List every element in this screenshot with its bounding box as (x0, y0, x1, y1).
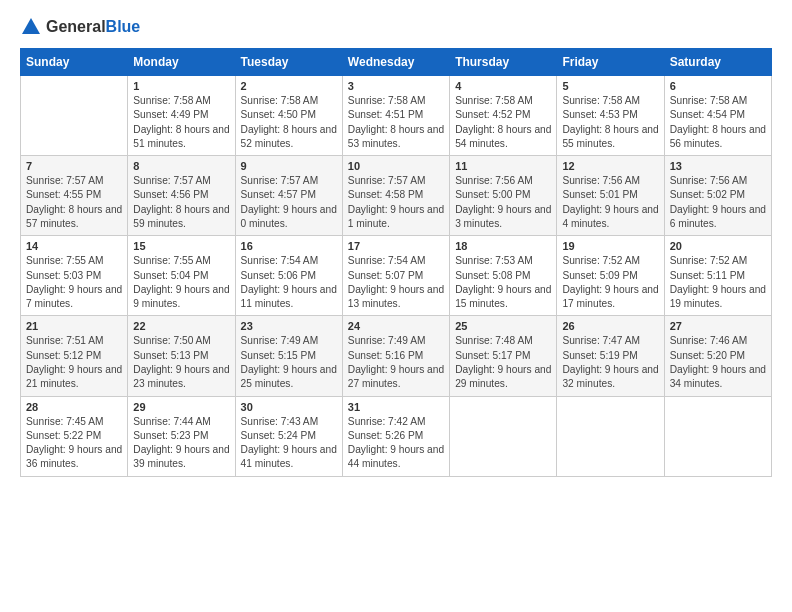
day-number: 17 (348, 240, 444, 252)
day-info: Sunrise: 7:58 AMSunset: 4:49 PMDaylight:… (133, 94, 229, 151)
calendar-cell: 11Sunrise: 7:56 AMSunset: 5:00 PMDayligh… (450, 156, 557, 236)
calendar-cell (664, 396, 771, 476)
calendar-cell: 24Sunrise: 7:49 AMSunset: 5:16 PMDayligh… (342, 316, 449, 396)
day-info: Sunrise: 7:43 AMSunset: 5:24 PMDaylight:… (241, 415, 337, 472)
calendar-cell (21, 76, 128, 156)
calendar-cell: 23Sunrise: 7:49 AMSunset: 5:15 PMDayligh… (235, 316, 342, 396)
calendar-cell: 4Sunrise: 7:58 AMSunset: 4:52 PMDaylight… (450, 76, 557, 156)
day-number: 15 (133, 240, 229, 252)
day-info: Sunrise: 7:55 AMSunset: 5:04 PMDaylight:… (133, 254, 229, 311)
weekday-header-friday: Friday (557, 49, 664, 76)
day-number: 23 (241, 320, 337, 332)
svg-marker-0 (22, 18, 40, 34)
calendar-cell: 25Sunrise: 7:48 AMSunset: 5:17 PMDayligh… (450, 316, 557, 396)
calendar-cell: 29Sunrise: 7:44 AMSunset: 5:23 PMDayligh… (128, 396, 235, 476)
day-info: Sunrise: 7:55 AMSunset: 5:03 PMDaylight:… (26, 254, 122, 311)
calendar-cell (557, 396, 664, 476)
calendar-cell: 21Sunrise: 7:51 AMSunset: 5:12 PMDayligh… (21, 316, 128, 396)
logo-icon (20, 16, 42, 38)
calendar-cell: 6Sunrise: 7:58 AMSunset: 4:54 PMDaylight… (664, 76, 771, 156)
day-number: 11 (455, 160, 551, 172)
calendar-cell: 2Sunrise: 7:58 AMSunset: 4:50 PMDaylight… (235, 76, 342, 156)
day-info: Sunrise: 7:42 AMSunset: 5:26 PMDaylight:… (348, 415, 444, 472)
day-number: 10 (348, 160, 444, 172)
calendar-cell: 14Sunrise: 7:55 AMSunset: 5:03 PMDayligh… (21, 236, 128, 316)
calendar-cell: 20Sunrise: 7:52 AMSunset: 5:11 PMDayligh… (664, 236, 771, 316)
calendar-week-row: 1Sunrise: 7:58 AMSunset: 4:49 PMDaylight… (21, 76, 772, 156)
day-info: Sunrise: 7:46 AMSunset: 5:20 PMDaylight:… (670, 334, 766, 391)
day-number: 6 (670, 80, 766, 92)
day-info: Sunrise: 7:49 AMSunset: 5:15 PMDaylight:… (241, 334, 337, 391)
day-number: 25 (455, 320, 551, 332)
day-number: 26 (562, 320, 658, 332)
calendar-cell: 17Sunrise: 7:54 AMSunset: 5:07 PMDayligh… (342, 236, 449, 316)
day-number: 27 (670, 320, 766, 332)
day-info: Sunrise: 7:48 AMSunset: 5:17 PMDaylight:… (455, 334, 551, 391)
day-number: 3 (348, 80, 444, 92)
weekday-header-tuesday: Tuesday (235, 49, 342, 76)
day-number: 31 (348, 401, 444, 413)
day-number: 30 (241, 401, 337, 413)
day-number: 12 (562, 160, 658, 172)
day-info: Sunrise: 7:49 AMSunset: 5:16 PMDaylight:… (348, 334, 444, 391)
day-number: 2 (241, 80, 337, 92)
calendar-cell: 12Sunrise: 7:56 AMSunset: 5:01 PMDayligh… (557, 156, 664, 236)
calendar-week-row: 14Sunrise: 7:55 AMSunset: 5:03 PMDayligh… (21, 236, 772, 316)
day-number: 1 (133, 80, 229, 92)
calendar-cell: 7Sunrise: 7:57 AMSunset: 4:55 PMDaylight… (21, 156, 128, 236)
calendar-cell: 8Sunrise: 7:57 AMSunset: 4:56 PMDaylight… (128, 156, 235, 236)
day-number: 16 (241, 240, 337, 252)
day-number: 29 (133, 401, 229, 413)
day-info: Sunrise: 7:52 AMSunset: 5:11 PMDaylight:… (670, 254, 766, 311)
day-number: 24 (348, 320, 444, 332)
logo: GeneralBlue (20, 16, 140, 38)
weekday-header-saturday: Saturday (664, 49, 771, 76)
day-info: Sunrise: 7:54 AMSunset: 5:06 PMDaylight:… (241, 254, 337, 311)
weekday-header-monday: Monday (128, 49, 235, 76)
calendar-table: SundayMondayTuesdayWednesdayThursdayFrid… (20, 48, 772, 477)
calendar-cell: 28Sunrise: 7:45 AMSunset: 5:22 PMDayligh… (21, 396, 128, 476)
page: GeneralBlue SundayMondayTuesdayWednesday… (0, 0, 792, 612)
day-info: Sunrise: 7:52 AMSunset: 5:09 PMDaylight:… (562, 254, 658, 311)
calendar-week-row: 7Sunrise: 7:57 AMSunset: 4:55 PMDaylight… (21, 156, 772, 236)
calendar-cell: 9Sunrise: 7:57 AMSunset: 4:57 PMDaylight… (235, 156, 342, 236)
header-area: GeneralBlue (20, 16, 772, 38)
day-number: 28 (26, 401, 122, 413)
day-info: Sunrise: 7:51 AMSunset: 5:12 PMDaylight:… (26, 334, 122, 391)
calendar-week-row: 21Sunrise: 7:51 AMSunset: 5:12 PMDayligh… (21, 316, 772, 396)
calendar-cell: 27Sunrise: 7:46 AMSunset: 5:20 PMDayligh… (664, 316, 771, 396)
day-number: 22 (133, 320, 229, 332)
calendar-cell: 10Sunrise: 7:57 AMSunset: 4:58 PMDayligh… (342, 156, 449, 236)
calendar-cell: 22Sunrise: 7:50 AMSunset: 5:13 PMDayligh… (128, 316, 235, 396)
day-info: Sunrise: 7:56 AMSunset: 5:00 PMDaylight:… (455, 174, 551, 231)
day-number: 20 (670, 240, 766, 252)
calendar-cell: 26Sunrise: 7:47 AMSunset: 5:19 PMDayligh… (557, 316, 664, 396)
day-number: 13 (670, 160, 766, 172)
day-info: Sunrise: 7:56 AMSunset: 5:01 PMDaylight:… (562, 174, 658, 231)
calendar-cell: 1Sunrise: 7:58 AMSunset: 4:49 PMDaylight… (128, 76, 235, 156)
calendar-cell (450, 396, 557, 476)
calendar-cell: 30Sunrise: 7:43 AMSunset: 5:24 PMDayligh… (235, 396, 342, 476)
day-number: 14 (26, 240, 122, 252)
day-number: 18 (455, 240, 551, 252)
day-info: Sunrise: 7:57 AMSunset: 4:57 PMDaylight:… (241, 174, 337, 231)
day-info: Sunrise: 7:57 AMSunset: 4:56 PMDaylight:… (133, 174, 229, 231)
day-info: Sunrise: 7:58 AMSunset: 4:52 PMDaylight:… (455, 94, 551, 151)
day-number: 7 (26, 160, 122, 172)
day-number: 19 (562, 240, 658, 252)
day-info: Sunrise: 7:54 AMSunset: 5:07 PMDaylight:… (348, 254, 444, 311)
day-info: Sunrise: 7:53 AMSunset: 5:08 PMDaylight:… (455, 254, 551, 311)
day-info: Sunrise: 7:57 AMSunset: 4:58 PMDaylight:… (348, 174, 444, 231)
calendar-cell: 15Sunrise: 7:55 AMSunset: 5:04 PMDayligh… (128, 236, 235, 316)
day-number: 9 (241, 160, 337, 172)
calendar-cell: 18Sunrise: 7:53 AMSunset: 5:08 PMDayligh… (450, 236, 557, 316)
calendar-cell: 3Sunrise: 7:58 AMSunset: 4:51 PMDaylight… (342, 76, 449, 156)
calendar-week-row: 28Sunrise: 7:45 AMSunset: 5:22 PMDayligh… (21, 396, 772, 476)
day-info: Sunrise: 7:44 AMSunset: 5:23 PMDaylight:… (133, 415, 229, 472)
weekday-header-wednesday: Wednesday (342, 49, 449, 76)
day-info: Sunrise: 7:57 AMSunset: 4:55 PMDaylight:… (26, 174, 122, 231)
day-info: Sunrise: 7:58 AMSunset: 4:53 PMDaylight:… (562, 94, 658, 151)
day-number: 5 (562, 80, 658, 92)
day-info: Sunrise: 7:58 AMSunset: 4:54 PMDaylight:… (670, 94, 766, 151)
calendar-cell: 31Sunrise: 7:42 AMSunset: 5:26 PMDayligh… (342, 396, 449, 476)
